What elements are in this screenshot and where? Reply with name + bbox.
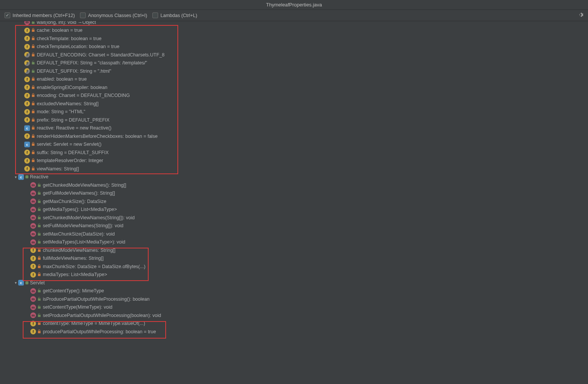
member-label: DEFAULT_PREFIX: String = "classpath: /te…: [37, 60, 147, 66]
tree-row[interactable]: fcheckTemplate: boolean = true: [0, 34, 588, 43]
tree-row[interactable]: fmaxChunkSize: DataSize = DataSize.ofByt…: [0, 262, 588, 271]
window-title: ThymeleafProperties.java: [266, 2, 322, 8]
tree-row[interactable]: fcontentType: MimeType = MimeType.valueO…: [0, 320, 588, 328]
lock-icon: [31, 158, 35, 163]
method-icon: m: [30, 198, 36, 204]
field-icon: f: [24, 133, 30, 139]
tree-row[interactable]: fcheckTemplateLocation: boolean = true: [0, 43, 588, 51]
method-icon: m: [24, 21, 30, 25]
tree-row[interactable]: msetContentType(MimeType): void: [0, 303, 588, 312]
lock-icon: [31, 118, 35, 122]
member-label: enableSpringElCompiler: boolean: [37, 85, 107, 90]
tree-row[interactable]: creactive: Reactive = new Reactive(): [0, 124, 588, 133]
checkbox-icon: [80, 12, 86, 18]
chevron-down-icon[interactable]: ▾: [13, 175, 18, 179]
field-icon: f: [24, 150, 30, 155]
member-label: DEFAULT_ENCODING: Charset = StandardChar…: [37, 52, 165, 58]
unlock-icon: [38, 240, 41, 244]
unlock-icon: [38, 223, 41, 228]
checkbox-label: Inherited members (Ctrl+F12): [13, 13, 75, 18]
tree-row[interactable]: fencoding: Charset = DEFAULT_ENCODING: [0, 92, 588, 100]
lock-icon: [31, 85, 35, 90]
tree-row[interactable]: msetMaxChunkSize(DataSize): void: [0, 230, 588, 238]
member-label: setFullModeViewNames(String[]): void: [43, 223, 123, 228]
member-label: setContentType(MimeType): void: [43, 304, 112, 310]
method-icon: m: [30, 215, 36, 220]
unlock-icon: [31, 61, 35, 65]
tree-row[interactable]: fenableSpringElCompiler: boolean: [0, 83, 588, 92]
tree-row[interactable]: fDEFAULT_ENCODING: Charset = StandardCha…: [0, 51, 588, 59]
lock-icon: [31, 28, 35, 33]
member-label: Reactive: [30, 174, 49, 180]
tree-row[interactable]: msetProducePartialOutputWhileProcessing(…: [0, 311, 588, 320]
method-icon: m: [30, 288, 36, 294]
anonymous-classes-checkbox[interactable]: Anonymous Classes (Ctrl+I): [80, 12, 147, 18]
member-label: servlet: Servlet = new Servlet(): [37, 142, 102, 147]
method-icon: m: [30, 182, 36, 188]
gear-icon[interactable]: [577, 12, 583, 19]
tree-row[interactable]: mgetContentType(): MimeType: [0, 287, 588, 295]
member-label: chunkedModeViewNames: String[]: [43, 248, 116, 253]
tree-row[interactable]: fsuffix: String = DEFAULT_SUFFIX: [0, 148, 588, 157]
field-icon: f: [24, 44, 30, 50]
member-label: mode: String = "HTML": [37, 109, 85, 114]
tree-row[interactable]: msetChunkedModeViewNames(String[]): void: [0, 214, 588, 222]
lock-icon: [31, 44, 35, 49]
unlock-icon: [38, 289, 41, 293]
member-label: setMaxChunkSize(DataSize): void: [43, 231, 115, 237]
chevron-down-icon[interactable]: ▾: [13, 281, 18, 285]
lock-icon: [31, 126, 35, 130]
tree-row[interactable]: frenderHiddenMarkersBeforeCheckboxes: bo…: [0, 132, 588, 140]
member-label: excludedViewNames: String[]: [37, 101, 99, 106]
tree-row[interactable]: fviewNames: String[]: [0, 165, 588, 173]
member-label: getMaxChunkSize(): DataSize: [43, 199, 106, 204]
tree-row[interactable]: cservlet: Servlet = new Servlet(): [0, 140, 588, 149]
tree-row[interactable]: misProducePartialOutputWhileProcessing()…: [0, 295, 588, 303]
tree-row[interactable]: msetFullModeViewNames(String[]): void: [0, 222, 588, 230]
member-label: templateResolverOrder: Integer: [37, 158, 103, 163]
tree-row[interactable]: fDEFAULT_SUFFIX: String = ".html": [0, 67, 588, 75]
lock-icon: [38, 248, 41, 253]
tree-row[interactable]: fexcludedViewNames: String[]: [0, 100, 588, 108]
structure-tree[interactable]: mwait(long, int): void →Objectfcache: bo…: [0, 21, 588, 384]
field-icon: f: [24, 166, 30, 172]
method-icon: m: [30, 304, 36, 310]
tree-row[interactable]: ▾cReactive: [0, 173, 588, 181]
member-label: getMediaTypes(): List<MediaType>: [43, 207, 117, 212]
tree-row[interactable]: ▾cServlet: [0, 279, 588, 287]
tree-row[interactable]: mgetFullModeViewNames(): String[]: [0, 189, 588, 198]
public-icon: [25, 281, 28, 284]
lambdas-checkbox[interactable]: Lambdas (Ctrl+L): [152, 12, 197, 18]
member-label: checkTemplate: boolean = true: [37, 36, 102, 41]
field-icon: f: [24, 52, 30, 58]
tree-row[interactable]: mgetMediaTypes(): List<MediaType>: [0, 206, 588, 214]
tree-row[interactable]: fmediaTypes: List<MediaType>: [0, 271, 588, 279]
tree-row[interactable]: msetMediaTypes(List<MediaType>): void: [0, 238, 588, 247]
class-icon: c: [18, 174, 24, 180]
tree-row[interactable]: fmode: String = "HTML": [0, 108, 588, 116]
inherited-members-checkbox[interactable]: ✓ Inherited members (Ctrl+F12): [5, 12, 75, 18]
tree-row[interactable]: fprefix: String = DEFAULT_PREFIX: [0, 116, 588, 124]
method-icon: m: [30, 223, 36, 229]
tree-row[interactable]: fenabled: boolean = true: [0, 75, 588, 84]
tree-row[interactable]: fcache: boolean = true: [0, 27, 588, 35]
method-icon: m: [30, 239, 36, 245]
tree-row[interactable]: fproducePartialOutputWhileProcessing: bo…: [0, 328, 588, 336]
unlock-icon: [38, 305, 41, 309]
tree-row[interactable]: mwait(long, int): void →Object: [0, 21, 588, 27]
checkbox-label: Anonymous Classes (Ctrl+I): [88, 13, 147, 18]
tree-row[interactable]: fchunkedModeViewNames: String[]: [0, 246, 588, 254]
unlock-icon: [38, 207, 41, 212]
field-icon: f: [30, 247, 36, 253]
tree-row[interactable]: mgetMaxChunkSize(): DataSize: [0, 197, 588, 206]
lock-icon: [38, 321, 41, 326]
tree-row[interactable]: mgetChunkedModeViewNames(): String[]: [0, 181, 588, 189]
tree-row[interactable]: ftemplateResolverOrder: Integer: [0, 157, 588, 165]
checkbox-label: Lambdas (Ctrl+L): [160, 13, 197, 18]
tree-row[interactable]: fDEFAULT_PREFIX: String = "classpath: /t…: [0, 59, 588, 67]
tree-row[interactable]: ffullModeViewNames: String[]: [0, 254, 588, 263]
field-icon: f: [24, 68, 30, 74]
unlock-icon: [31, 69, 35, 73]
lock-icon: [38, 329, 41, 334]
member-label: wait(long, int): void →Object: [37, 21, 96, 25]
